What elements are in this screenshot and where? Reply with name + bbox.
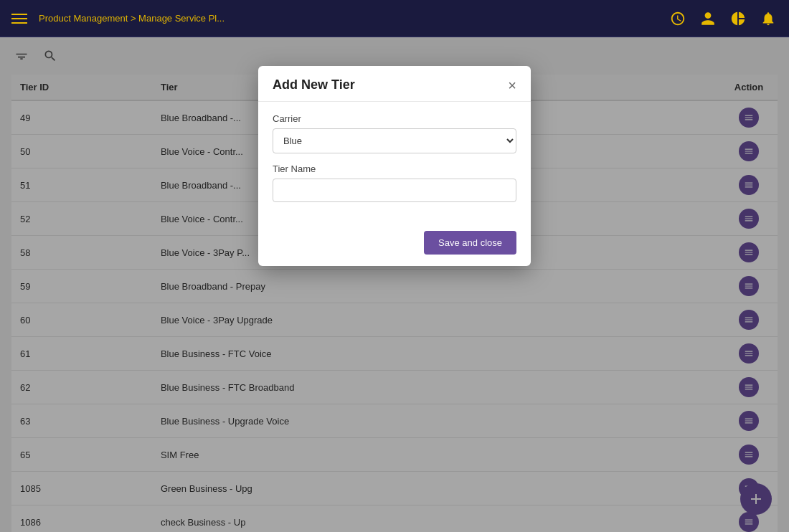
- hamburger-menu[interactable]: [11, 14, 27, 24]
- save-and-close-button[interactable]: Save and close: [424, 231, 516, 255]
- carrier-label: Carrier: [273, 113, 516, 124]
- carrier-select[interactable]: BlueGreenRed: [273, 128, 516, 153]
- tier-name-input[interactable]: [273, 179, 516, 202]
- tier-name-label: Tier Name: [273, 163, 516, 174]
- main-content: Tier ID Tier Action 49 Blue Broadband -.…: [0, 37, 789, 532]
- modal-close-button[interactable]: ×: [508, 78, 516, 92]
- tier-name-field-group: Tier Name: [273, 163, 516, 202]
- chart-icon[interactable]: [729, 9, 747, 28]
- modal-header: Add New Tier ×: [258, 66, 531, 102]
- user-icon[interactable]: [699, 9, 717, 28]
- modal-title: Add New Tier: [273, 77, 355, 92]
- add-tier-modal: Add New Tier × Carrier BlueGreenRed Tier…: [258, 66, 531, 266]
- header: Product Management > Manage Service Pl..…: [0, 0, 789, 37]
- modal-footer: Save and close: [258, 224, 531, 266]
- header-icons: [668, 9, 778, 28]
- clock-icon[interactable]: [668, 9, 687, 28]
- modal-body: Carrier BlueGreenRed Tier Name: [258, 102, 531, 224]
- notification-icon[interactable]: [759, 9, 778, 28]
- breadcrumb: Product Management > Manage Service Pl..…: [39, 13, 668, 24]
- modal-overlay: Add New Tier × Carrier BlueGreenRed Tier…: [0, 37, 789, 532]
- carrier-field-group: Carrier BlueGreenRed: [273, 113, 516, 153]
